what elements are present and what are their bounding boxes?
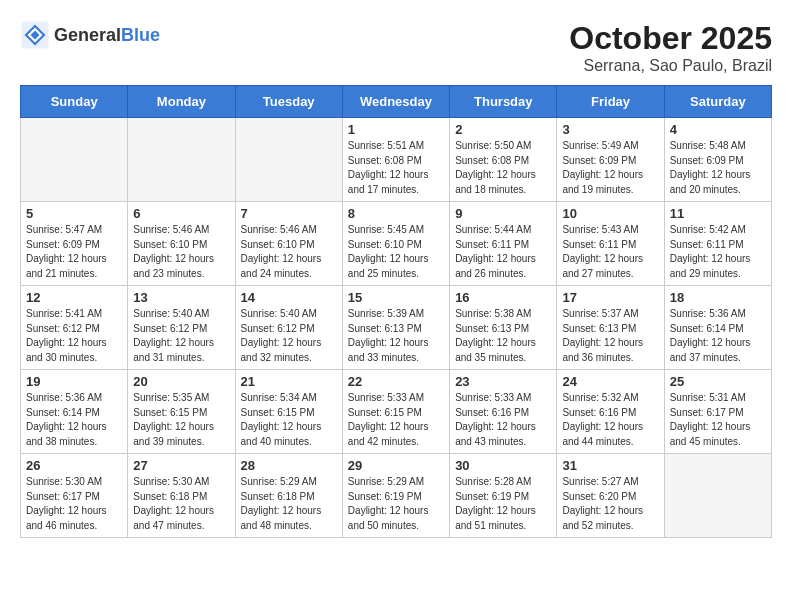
- table-row: 21Sunrise: 5:34 AMSunset: 6:15 PMDayligh…: [235, 370, 342, 454]
- table-row: 5Sunrise: 5:47 AMSunset: 6:09 PMDaylight…: [21, 202, 128, 286]
- table-row: 1Sunrise: 5:51 AMSunset: 6:08 PMDaylight…: [342, 118, 449, 202]
- table-row: 17Sunrise: 5:37 AMSunset: 6:13 PMDayligh…: [557, 286, 664, 370]
- day-number: 29: [348, 458, 444, 473]
- day-info: Sunrise: 5:42 AMSunset: 6:11 PMDaylight:…: [670, 223, 766, 281]
- table-row: 15Sunrise: 5:39 AMSunset: 6:13 PMDayligh…: [342, 286, 449, 370]
- table-row: 19Sunrise: 5:36 AMSunset: 6:14 PMDayligh…: [21, 370, 128, 454]
- calendar-week-row: 26Sunrise: 5:30 AMSunset: 6:17 PMDayligh…: [21, 454, 772, 538]
- header-friday: Friday: [557, 86, 664, 118]
- day-info: Sunrise: 5:44 AMSunset: 6:11 PMDaylight:…: [455, 223, 551, 281]
- day-number: 5: [26, 206, 122, 221]
- day-info: Sunrise: 5:35 AMSunset: 6:15 PMDaylight:…: [133, 391, 229, 449]
- day-number: 22: [348, 374, 444, 389]
- calendar-week-row: 19Sunrise: 5:36 AMSunset: 6:14 PMDayligh…: [21, 370, 772, 454]
- table-row: 13Sunrise: 5:40 AMSunset: 6:12 PMDayligh…: [128, 286, 235, 370]
- day-info: Sunrise: 5:36 AMSunset: 6:14 PMDaylight:…: [670, 307, 766, 365]
- day-number: 11: [670, 206, 766, 221]
- table-row: 25Sunrise: 5:31 AMSunset: 6:17 PMDayligh…: [664, 370, 771, 454]
- table-row: 28Sunrise: 5:29 AMSunset: 6:18 PMDayligh…: [235, 454, 342, 538]
- day-info: Sunrise: 5:33 AMSunset: 6:16 PMDaylight:…: [455, 391, 551, 449]
- table-row: 31Sunrise: 5:27 AMSunset: 6:20 PMDayligh…: [557, 454, 664, 538]
- day-number: 3: [562, 122, 658, 137]
- day-info: Sunrise: 5:32 AMSunset: 6:16 PMDaylight:…: [562, 391, 658, 449]
- table-row: 3Sunrise: 5:49 AMSunset: 6:09 PMDaylight…: [557, 118, 664, 202]
- table-row: 24Sunrise: 5:32 AMSunset: 6:16 PMDayligh…: [557, 370, 664, 454]
- table-row: 12Sunrise: 5:41 AMSunset: 6:12 PMDayligh…: [21, 286, 128, 370]
- day-number: 13: [133, 290, 229, 305]
- header-sunday: Sunday: [21, 86, 128, 118]
- table-row: 22Sunrise: 5:33 AMSunset: 6:15 PMDayligh…: [342, 370, 449, 454]
- day-number: 24: [562, 374, 658, 389]
- table-row: 29Sunrise: 5:29 AMSunset: 6:19 PMDayligh…: [342, 454, 449, 538]
- day-info: Sunrise: 5:31 AMSunset: 6:17 PMDaylight:…: [670, 391, 766, 449]
- day-info: Sunrise: 5:29 AMSunset: 6:19 PMDaylight:…: [348, 475, 444, 533]
- table-row: 11Sunrise: 5:42 AMSunset: 6:11 PMDayligh…: [664, 202, 771, 286]
- day-number: 14: [241, 290, 337, 305]
- calendar-week-row: 5Sunrise: 5:47 AMSunset: 6:09 PMDaylight…: [21, 202, 772, 286]
- title-area: October 2025 Serrana, Sao Paulo, Brazil: [569, 20, 772, 75]
- day-info: Sunrise: 5:28 AMSunset: 6:19 PMDaylight:…: [455, 475, 551, 533]
- day-number: 6: [133, 206, 229, 221]
- header-wednesday: Wednesday: [342, 86, 449, 118]
- day-info: Sunrise: 5:29 AMSunset: 6:18 PMDaylight:…: [241, 475, 337, 533]
- day-number: 18: [670, 290, 766, 305]
- table-row: [128, 118, 235, 202]
- day-info: Sunrise: 5:39 AMSunset: 6:13 PMDaylight:…: [348, 307, 444, 365]
- day-info: Sunrise: 5:37 AMSunset: 6:13 PMDaylight:…: [562, 307, 658, 365]
- day-info: Sunrise: 5:40 AMSunset: 6:12 PMDaylight:…: [241, 307, 337, 365]
- day-info: Sunrise: 5:46 AMSunset: 6:10 PMDaylight:…: [133, 223, 229, 281]
- header-tuesday: Tuesday: [235, 86, 342, 118]
- calendar-header-row: Sunday Monday Tuesday Wednesday Thursday…: [21, 86, 772, 118]
- table-row: 26Sunrise: 5:30 AMSunset: 6:17 PMDayligh…: [21, 454, 128, 538]
- day-number: 12: [26, 290, 122, 305]
- table-row: 4Sunrise: 5:48 AMSunset: 6:09 PMDaylight…: [664, 118, 771, 202]
- table-row: 10Sunrise: 5:43 AMSunset: 6:11 PMDayligh…: [557, 202, 664, 286]
- calendar-week-row: 1Sunrise: 5:51 AMSunset: 6:08 PMDaylight…: [21, 118, 772, 202]
- day-info: Sunrise: 5:41 AMSunset: 6:12 PMDaylight:…: [26, 307, 122, 365]
- day-number: 15: [348, 290, 444, 305]
- table-row: 27Sunrise: 5:30 AMSunset: 6:18 PMDayligh…: [128, 454, 235, 538]
- table-row: [21, 118, 128, 202]
- page-header: GeneralBlue October 2025 Serrana, Sao Pa…: [20, 20, 772, 75]
- calendar-week-row: 12Sunrise: 5:41 AMSunset: 6:12 PMDayligh…: [21, 286, 772, 370]
- table-row: 9Sunrise: 5:44 AMSunset: 6:11 PMDaylight…: [450, 202, 557, 286]
- calendar: Sunday Monday Tuesday Wednesday Thursday…: [20, 85, 772, 538]
- header-thursday: Thursday: [450, 86, 557, 118]
- day-number: 17: [562, 290, 658, 305]
- day-number: 16: [455, 290, 551, 305]
- table-row: 6Sunrise: 5:46 AMSunset: 6:10 PMDaylight…: [128, 202, 235, 286]
- day-number: 7: [241, 206, 337, 221]
- table-row: 7Sunrise: 5:46 AMSunset: 6:10 PMDaylight…: [235, 202, 342, 286]
- day-info: Sunrise: 5:50 AMSunset: 6:08 PMDaylight:…: [455, 139, 551, 197]
- day-info: Sunrise: 5:47 AMSunset: 6:09 PMDaylight:…: [26, 223, 122, 281]
- header-saturday: Saturday: [664, 86, 771, 118]
- header-monday: Monday: [128, 86, 235, 118]
- table-row: 8Sunrise: 5:45 AMSunset: 6:10 PMDaylight…: [342, 202, 449, 286]
- table-row: [664, 454, 771, 538]
- location-title: Serrana, Sao Paulo, Brazil: [569, 57, 772, 75]
- day-number: 27: [133, 458, 229, 473]
- day-number: 2: [455, 122, 551, 137]
- logo-text: GeneralBlue: [54, 25, 160, 46]
- day-info: Sunrise: 5:30 AMSunset: 6:18 PMDaylight:…: [133, 475, 229, 533]
- day-number: 21: [241, 374, 337, 389]
- day-number: 23: [455, 374, 551, 389]
- day-info: Sunrise: 5:46 AMSunset: 6:10 PMDaylight:…: [241, 223, 337, 281]
- day-info: Sunrise: 5:49 AMSunset: 6:09 PMDaylight:…: [562, 139, 658, 197]
- day-number: 26: [26, 458, 122, 473]
- day-info: Sunrise: 5:43 AMSunset: 6:11 PMDaylight:…: [562, 223, 658, 281]
- day-number: 10: [562, 206, 658, 221]
- day-number: 20: [133, 374, 229, 389]
- day-number: 4: [670, 122, 766, 137]
- day-number: 9: [455, 206, 551, 221]
- day-info: Sunrise: 5:45 AMSunset: 6:10 PMDaylight:…: [348, 223, 444, 281]
- table-row: 2Sunrise: 5:50 AMSunset: 6:08 PMDaylight…: [450, 118, 557, 202]
- table-row: 30Sunrise: 5:28 AMSunset: 6:19 PMDayligh…: [450, 454, 557, 538]
- day-info: Sunrise: 5:30 AMSunset: 6:17 PMDaylight:…: [26, 475, 122, 533]
- table-row: 14Sunrise: 5:40 AMSunset: 6:12 PMDayligh…: [235, 286, 342, 370]
- month-title: October 2025: [569, 20, 772, 57]
- day-info: Sunrise: 5:36 AMSunset: 6:14 PMDaylight:…: [26, 391, 122, 449]
- day-number: 30: [455, 458, 551, 473]
- day-info: Sunrise: 5:40 AMSunset: 6:12 PMDaylight:…: [133, 307, 229, 365]
- day-number: 19: [26, 374, 122, 389]
